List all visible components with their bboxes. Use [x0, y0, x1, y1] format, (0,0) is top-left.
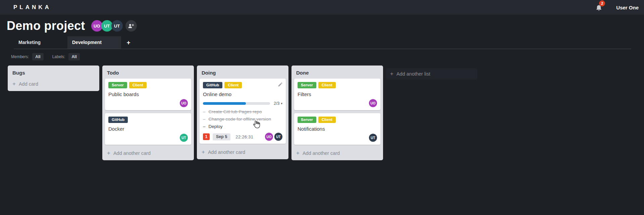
label-chip: Client — [129, 82, 147, 88]
tasks-progress: 2/3 ▾ — [203, 101, 282, 106]
card-member-avatar[interactable]: UO — [265, 133, 273, 141]
card-title: Notifications — [298, 126, 377, 132]
add-card-button[interactable]: + Add another card — [294, 148, 380, 158]
label-chip: Client — [318, 82, 336, 88]
members-filter-value[interactable]: All — [32, 53, 43, 60]
member-avatar[interactable]: UT — [111, 20, 123, 32]
add-card-label: Add another card — [303, 150, 340, 156]
labels-filter-value[interactable]: All — [68, 53, 79, 60]
timer-value[interactable]: 22:26:31 — [235, 134, 253, 139]
notification-count-badge: 2 — [599, 0, 605, 6]
task-bullet: – — [203, 124, 206, 129]
card-member-avatar[interactable]: UO — [180, 99, 188, 107]
card-public-boards[interactable]: Server Client Public boards UO — [105, 79, 191, 110]
task-item: – Change code for offline version — [203, 116, 282, 123]
task-bullet: – — [203, 117, 206, 122]
plus-icon: + — [107, 150, 110, 156]
list-doing: Doing GitHub Client Online demo 2/3 ▾ — [197, 66, 288, 159]
board-tabs: Marketing Development + — [14, 36, 631, 49]
task-text: Create GitHub Pages repo — [209, 109, 262, 114]
add-card-button[interactable]: + Add another card — [200, 147, 286, 157]
list-title[interactable]: Todo — [105, 68, 191, 79]
card-title: Docker — [108, 126, 188, 132]
card-member-avatar[interactable]: UO — [369, 99, 377, 107]
progress-bar — [203, 102, 270, 105]
card-member-avatar[interactable]: UT — [274, 133, 282, 141]
tab-marketing[interactable]: Marketing — [14, 36, 67, 49]
project-title[interactable]: Demo project — [7, 19, 85, 33]
task-text: Deploy — [209, 124, 223, 129]
add-card-button[interactable]: + Add another card — [105, 148, 191, 158]
kanban-board: Bugs + Add card Todo Server Client Publi… — [8, 66, 644, 160]
plus-icon: + — [12, 81, 16, 87]
add-member-button[interactable] — [125, 20, 137, 32]
pencil-icon — [278, 82, 283, 87]
tasks-toggle[interactable]: 2/3 ▾ — [274, 101, 282, 106]
card-title: Online demo — [203, 91, 282, 98]
label-chip: Server — [298, 117, 316, 123]
label-chip: Client — [318, 117, 336, 123]
add-card-label: Add another card — [208, 149, 245, 155]
label-chip: Server — [298, 82, 316, 88]
chevron-down-icon: ▾ — [281, 102, 282, 105]
card-member-avatar[interactable]: UT — [369, 134, 377, 142]
plus-icon: + — [296, 150, 300, 156]
tab-development[interactable]: Development — [67, 36, 121, 49]
label-chip: Server — [108, 82, 127, 88]
card-docker[interactable]: GitHub Docker UT — [105, 113, 191, 145]
task-item: – Create GitHub Pages repo — [203, 108, 282, 116]
planka-logo[interactable]: PLANKA — [13, 4, 51, 11]
card-meta-row: 1 Sep 5 22:26:31 UO UT — [203, 133, 282, 141]
card-filters[interactable]: Server Client Filters UO — [294, 79, 380, 110]
list-title[interactable]: Doing — [200, 68, 286, 79]
add-list-label: Add another list — [396, 71, 430, 77]
label-chip: GitHub — [108, 117, 128, 123]
list-title[interactable]: Bugs — [10, 68, 97, 79]
user-plus-icon — [128, 23, 134, 29]
label-chip: Client — [224, 82, 242, 88]
topbar-right: 2 User One — [595, 3, 639, 11]
add-card-label: Add card — [19, 81, 38, 87]
plus-icon: + — [202, 149, 205, 155]
card-title: Public boards — [108, 91, 188, 98]
member-avatar[interactable]: UO — [91, 20, 103, 32]
card-online-demo[interactable]: GitHub Client Online demo 2/3 ▾ – Create… — [200, 79, 286, 144]
notification-count-badge: 1 — [203, 133, 210, 140]
due-date-badge[interactable]: Sep 5 — [213, 133, 230, 140]
progress-count: 2/3 — [274, 101, 279, 106]
list-title[interactable]: Done — [294, 68, 380, 79]
member-avatar[interactable]: UT — [101, 20, 113, 32]
project-header: Demo project UO UT UT Marketing Developm… — [0, 15, 644, 49]
add-board-button[interactable]: + — [121, 36, 136, 49]
list-bugs: Bugs + Add card — [8, 66, 99, 91]
members-filter-label: Members: — [11, 54, 29, 59]
edit-card-button[interactable] — [278, 82, 283, 88]
board-filters: Members: All Labels: All — [11, 53, 644, 60]
card-notifications[interactable]: Server Client Notifications UT — [294, 113, 380, 145]
list-todo: Todo Server Client Public boards UO GitH… — [102, 66, 194, 160]
labels-filter-label: Labels: — [52, 54, 65, 59]
list-done: Done Server Client Filters UO Server Cli… — [291, 66, 383, 160]
task-item: – Deploy — [203, 123, 282, 130]
add-list-button[interactable]: + Add another list — [386, 68, 477, 80]
notifications-button[interactable]: 2 — [595, 3, 603, 11]
plus-icon: + — [390, 71, 393, 77]
add-card-label: Add another card — [113, 150, 151, 156]
task-bullet: – — [203, 109, 206, 114]
label-chip: GitHub — [203, 82, 222, 88]
user-menu[interactable]: User One — [616, 5, 639, 10]
card-member-avatar[interactable]: UT — [180, 134, 188, 142]
add-card-button[interactable]: + Add card — [10, 79, 97, 88]
progress-bar-fill — [203, 102, 246, 105]
task-text: Change code for offline version — [209, 117, 271, 122]
top-bar: PLANKA 2 User One — [0, 0, 644, 15]
card-title: Filters — [298, 91, 377, 98]
project-members: UO UT UT — [91, 20, 137, 32]
